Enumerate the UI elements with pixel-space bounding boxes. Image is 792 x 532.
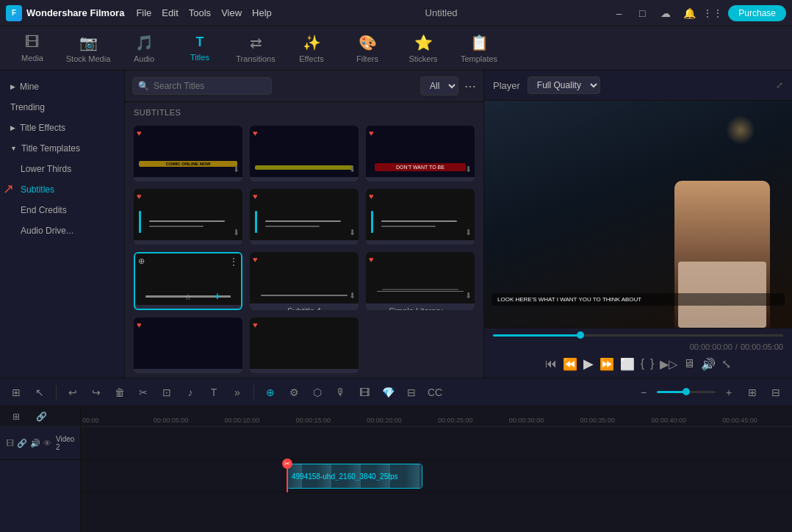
tab-templates[interactable]: 📋 Templates <box>453 29 505 68</box>
skip-back-button[interactable]: ⏮ <box>545 357 557 370</box>
tab-effects[interactable]: ✨ Effects <box>285 29 338 68</box>
card-comic-subtitle-03[interactable]: ♥ DON'T WANT TO BE ⬇ Comic Subtitle 03 <box>366 126 475 181</box>
overlay-more-icon[interactable]: ⋮ <box>229 256 238 267</box>
track-link-icon[interactable]: 🔗 <box>17 439 27 448</box>
tab-titles[interactable]: T Titles <box>173 29 226 68</box>
sidebar-item-trending[interactable]: Trending <box>0 97 124 118</box>
tl-add-track-button[interactable]: ⊞ <box>6 406 26 427</box>
frame-back-button[interactable]: ⏪ <box>563 357 577 371</box>
tl-settings-button[interactable]: ⚙ <box>284 382 304 403</box>
download-icon-8[interactable]: ⬇ <box>349 291 356 301</box>
tab-stickers[interactable]: ⭐ Stickers <box>397 29 450 68</box>
tl-keyframe-button[interactable]: 💎 <box>378 382 398 403</box>
heart-icon-3: ♥ <box>369 129 374 137</box>
card-10[interactable]: ♥ <box>134 317 242 373</box>
notification-icon[interactable]: 🔔 <box>681 5 697 21</box>
bracket-in-button[interactable]: { <box>641 357 644 370</box>
card-dynamic-subtitle-2[interactable]: ♥ ⬇ Dynamic Subtitl... <box>250 189 359 245</box>
card-11[interactable]: ♥ <box>250 317 359 373</box>
audio-button[interactable]: 🔊 <box>701 357 716 371</box>
screen-button[interactable]: 🖥 <box>683 357 695 370</box>
download-icon-6[interactable]: ⬇ <box>465 228 472 237</box>
tab-audio[interactable]: 🎵 Audio <box>118 29 170 68</box>
more-options-icon[interactable]: ⋯ <box>464 79 476 93</box>
minimize-icon[interactable]: – <box>611 5 627 21</box>
card-comic-subtitle-01[interactable]: ♥ ⬇ Comic Subtitle 01 <box>250 126 359 181</box>
sidebar-item-mine[interactable]: ▶ Mine <box>0 76 124 97</box>
sidebar-item-end-credits[interactable]: End Credits <box>0 200 124 220</box>
tl-subtitle-button[interactable]: CC <box>425 382 445 403</box>
tl-undo-button[interactable]: ↩ <box>62 382 83 403</box>
restore-icon[interactable]: □ <box>634 5 650 21</box>
grid-icon[interactable]: ⋮⋮ <box>705 5 721 21</box>
thumb-comic-subtitle-01: ♥ ⬇ <box>250 126 359 177</box>
sidebar-item-title-effects[interactable]: ▶ Title Effects <box>0 118 124 138</box>
card-dynamic-subtitle-1[interactable]: ♥ ⬇ Dynamic Subtitl... <box>134 189 242 245</box>
tab-stock-media[interactable]: 📷 Stock Media <box>62 29 115 68</box>
playback-speed-button[interactable]: ▶▷ <box>660 357 677 371</box>
tl-zoom-in-button[interactable]: + <box>719 382 739 403</box>
menu-help[interactable]: Help <box>252 7 272 18</box>
tl-snap-button[interactable]: ⊕ <box>260 382 281 403</box>
tl-crop-button[interactable]: ⊡ <box>156 382 177 403</box>
sidebar-item-title-templates[interactable]: ▼ Title Templates <box>0 138 124 159</box>
menu-view[interactable]: View <box>221 7 242 18</box>
progress-fill <box>493 334 580 337</box>
search-filter-select[interactable]: All <box>420 76 458 96</box>
tl-cut-button[interactable]: ✂ <box>133 382 154 403</box>
star-icon[interactable]: ☆ <box>184 292 192 302</box>
track-film-icon[interactable]: 🎞 <box>6 439 14 448</box>
card-dynamic-subtitle-3[interactable]: ♥ ⬇ Dynamic Subtitl... <box>366 189 475 245</box>
track-eye-icon[interactable]: 👁 <box>43 439 51 448</box>
tl-more-button[interactable]: » <box>227 382 248 403</box>
tl-marker-button[interactable]: ⬡ <box>307 382 328 403</box>
video-clip[interactable]: 4994158-uhd_2160_3840_25fps <box>287 464 422 489</box>
zoom-track[interactable] <box>657 391 716 393</box>
tl-clip-speed-button[interactable]: 🎞 <box>354 382 375 403</box>
track-audio-icon[interactable]: 🔊 <box>30 439 40 448</box>
tl-collapse-button[interactable]: ⊟ <box>766 382 786 403</box>
tl-zoom-out-button[interactable]: − <box>633 382 654 403</box>
sidebar-item-subtitles[interactable]: Subtitles ↙ <box>0 179 124 200</box>
tl-text-button[interactable]: T <box>204 382 224 403</box>
tl-pip-button[interactable]: ⊟ <box>401 382 422 403</box>
menu-edit[interactable]: Edit <box>162 7 178 18</box>
menu-tools[interactable]: Tools <box>189 7 211 18</box>
search-input[interactable] <box>132 77 272 95</box>
tl-redo-button[interactable]: ↪ <box>86 382 107 403</box>
tl-layout-button[interactable]: ⊞ <box>742 382 763 403</box>
sidebar-item-audio-driven[interactable]: Audio Drive... <box>0 220 124 241</box>
play-button[interactable]: ▶ <box>583 356 594 372</box>
tab-transitions[interactable]: ⇄ Transitions <box>229 29 282 68</box>
download-icon-3[interactable]: ⬇ <box>465 165 472 174</box>
menu-file[interactable]: File <box>136 7 151 18</box>
tab-filters[interactable]: 🎨 Filters <box>341 29 394 68</box>
download-icon-4[interactable]: ⬇ <box>233 228 240 237</box>
card-comic-subtitle-02[interactable]: ♥ COMIC ONLINE NOW ⬇ Comic Subtitle 02 <box>134 126 242 181</box>
frame-forward-button[interactable]: ⏩ <box>600 357 614 371</box>
tl-audio-detect-button[interactable]: 🎙 <box>331 382 351 403</box>
quality-select[interactable]: Full Quality <box>528 76 600 94</box>
download-icon-2[interactable]: ⬇ <box>349 165 356 174</box>
plus-icon[interactable]: + <box>215 290 220 302</box>
fullscreen-button[interactable]: ⤡ <box>721 357 731 371</box>
card-simple-literary[interactable]: ♥ ⬇ Simple Literary ... <box>366 252 475 311</box>
progress-bar-wrap[interactable] <box>493 334 783 337</box>
download-icon-5[interactable]: ⬇ <box>349 228 356 237</box>
tl-pointer-button[interactable]: ↖ <box>29 382 50 403</box>
card-subtitle-2[interactable]: ⊕ ⋮ ☆ + Subtitle 2 <box>134 252 242 311</box>
tl-delete-button[interactable]: 🗑 <box>109 382 130 403</box>
purchase-button[interactable]: Purchase <box>728 5 786 21</box>
tl-multitrack-button[interactable]: ⊞ <box>6 382 26 403</box>
player-expand-icon[interactable]: ⤢ <box>776 80 783 90</box>
download-icon[interactable]: ⬇ <box>233 165 240 174</box>
tl-link-button[interactable]: 🔗 <box>31 406 51 427</box>
sidebar-item-lower-thirds[interactable]: Lower Thirds <box>0 159 124 179</box>
download-icon-9[interactable]: ⬇ <box>465 291 472 301</box>
loop-button[interactable]: ⬜ <box>620 357 635 371</box>
card-subtitle-4[interactable]: ♥ ⬇ Subtitle 4 <box>250 252 359 311</box>
tab-media[interactable]: 🎞 Media <box>6 29 59 68</box>
tl-audio-button[interactable]: ♪ <box>180 382 201 403</box>
bracket-out-button[interactable]: } <box>650 357 654 370</box>
cloud-icon[interactable]: ☁ <box>658 5 674 21</box>
